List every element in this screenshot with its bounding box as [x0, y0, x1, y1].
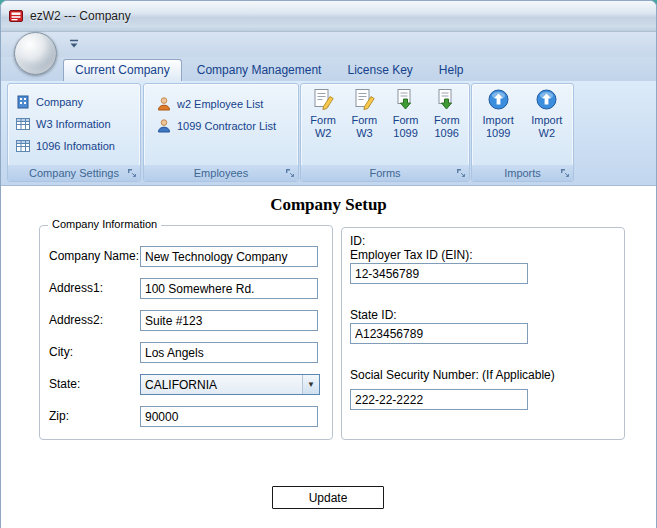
ein-label: Employer Tax ID (EIN):	[350, 248, 472, 262]
person-blue-icon	[156, 118, 172, 134]
tab-help[interactable]: Help	[428, 60, 475, 81]
document-green-arrow-icon	[434, 87, 459, 112]
state-select[interactable]: CALIFORNIA ▼	[140, 374, 320, 395]
tab-company-management[interactable]: Company Management	[186, 60, 333, 81]
dialog-launcher-icon[interactable]	[455, 167, 467, 179]
company-name-input[interactable]	[140, 246, 318, 267]
ribbon-item-label: w2 Employee List	[177, 98, 263, 110]
company-name-label: Company Name:	[49, 249, 139, 263]
ribbon-button-form-1099[interactable]: Form 1099	[387, 87, 425, 165]
chevron-down-icon[interactable]: ▼	[302, 375, 319, 394]
ssn-input[interactable]	[350, 389, 528, 410]
window-title: ezW2 --- Company	[30, 9, 131, 23]
ribbon-button-form-w2[interactable]: Form W2	[304, 87, 342, 165]
group-legend: Company Information	[48, 218, 161, 230]
zip-input[interactable]	[140, 406, 318, 427]
ribbon-item-w2-employee-list[interactable]: w2 Employee List	[144, 93, 298, 115]
dialog-launcher-icon[interactable]	[284, 167, 296, 179]
address2-input[interactable]	[140, 310, 318, 331]
tab-license-key[interactable]: License Key	[336, 60, 423, 81]
building-icon	[15, 94, 31, 110]
group-caption-company-settings: Company Settings	[8, 165, 140, 181]
ribbon: Company W3 Information 1096 Infomation C…	[1, 81, 656, 186]
ribbon-item-label: 1099 Contractor List	[177, 120, 276, 132]
app-window: ezW2 --- Company Current Company Company…	[0, 0, 657, 528]
ein-input[interactable]	[350, 263, 528, 284]
ribbon-item-label: W3 Information	[36, 118, 111, 130]
dialog-launcher-icon[interactable]	[126, 167, 138, 179]
ribbon-group-imports: Import 1099 Import W2 Imports	[471, 83, 574, 182]
titlebar: ezW2 --- Company	[1, 1, 656, 32]
group-caption-employees: Employees	[144, 165, 298, 181]
ribbon-group-forms: Form W2 Form W3 Form 1099	[300, 83, 470, 182]
update-button[interactable]: Update	[272, 486, 384, 509]
id-heading: ID:	[350, 234, 365, 248]
zip-label: Zip:	[49, 409, 69, 423]
state-label: State:	[49, 377, 80, 391]
state-id-input[interactable]	[350, 323, 528, 344]
group-caption-imports: Imports	[472, 165, 573, 181]
ribbon-item-1099-contractor-list[interactable]: 1099 Contractor List	[144, 115, 298, 137]
ribbon-item-label: 1096 Infomation	[36, 140, 115, 152]
ribbon-item-company[interactable]: Company	[8, 91, 140, 113]
tab-current-company[interactable]: Current Company	[63, 59, 182, 81]
company-information-group: Company Information Company Name: Addres…	[39, 225, 333, 440]
application-menu-button[interactable]	[14, 32, 57, 75]
ribbon-item-label: Company	[36, 96, 83, 108]
address1-input[interactable]	[140, 278, 318, 299]
id-group: ID: Employer Tax ID (EIN): State ID: Soc…	[341, 227, 625, 440]
table-icon	[15, 138, 31, 154]
page-title: Company Setup	[1, 186, 656, 215]
app-icon	[8, 8, 24, 24]
document-pencil-icon	[311, 87, 336, 112]
table-icon	[15, 116, 31, 132]
company-setup-panel: Company Setup Company Information Compan…	[1, 186, 656, 528]
state-id-label: State ID:	[350, 308, 397, 322]
ribbon-group-company-settings: Company W3 Information 1096 Infomation C…	[7, 83, 141, 182]
quick-access-toolbar	[1, 32, 656, 57]
ribbon-button-form-1096[interactable]: Form 1096	[428, 87, 466, 165]
city-label: City:	[49, 345, 73, 359]
ribbon-button-import-1099[interactable]: Import 1099	[476, 87, 521, 165]
ribbon-button-import-w2[interactable]: Import W2	[524, 87, 569, 165]
ribbon-button-form-w3[interactable]: Form W3	[345, 87, 383, 165]
ribbon-group-employees: w2 Employee List 1099 Contractor List Em…	[143, 83, 299, 182]
person-orange-icon	[156, 96, 172, 112]
document-pencil-icon	[352, 87, 377, 112]
ribbon-tab-strip: Current Company Company Management Licen…	[1, 57, 656, 81]
ribbon-item-w3-information[interactable]: W3 Information	[8, 113, 140, 135]
blue-orb-up-arrow-icon	[534, 87, 559, 112]
address1-label: Address1:	[49, 281, 103, 295]
state-selected-value: CALIFORNIA	[141, 378, 302, 392]
address2-label: Address2:	[49, 313, 103, 327]
group-caption-forms: Forms	[301, 165, 469, 181]
qat-customize-dropdown-icon[interactable]	[67, 37, 81, 51]
ribbon-item-1096-information[interactable]: 1096 Infomation	[8, 135, 140, 157]
city-input[interactable]	[140, 342, 318, 363]
dialog-launcher-icon[interactable]	[559, 167, 571, 179]
blue-orb-up-arrow-icon	[486, 87, 511, 112]
document-green-arrow-icon	[393, 87, 418, 112]
ssn-label: Social Security Number: (If Applicable)	[350, 368, 555, 382]
